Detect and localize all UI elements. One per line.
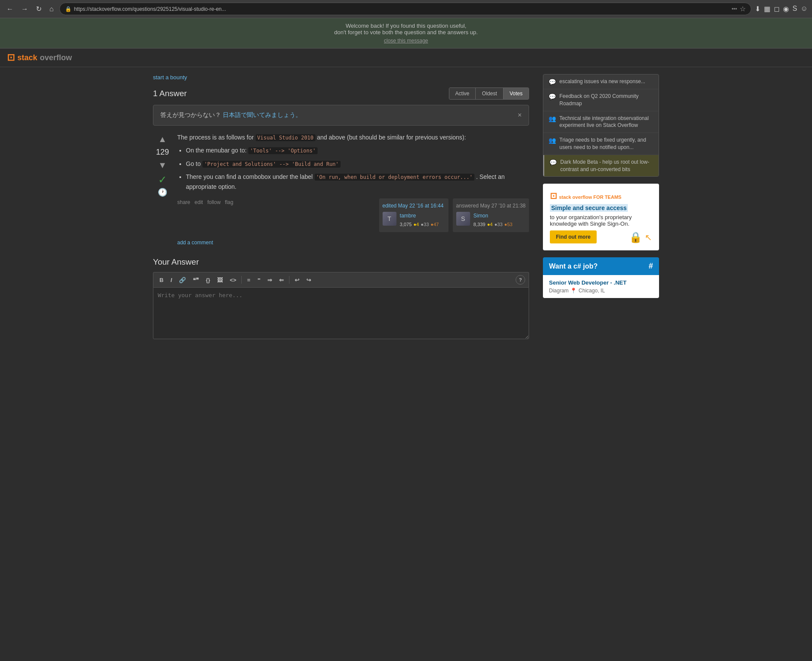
- flag-link[interactable]: flag: [225, 198, 233, 207]
- answer-meta: share edit follow flag edited May 22 '16…: [177, 198, 529, 232]
- toolbar-indent[interactable]: ⇒: [265, 275, 275, 285]
- answerer-gold-badge: ●4: [487, 221, 493, 229]
- ad-headline: Simple and secure access: [550, 204, 652, 211]
- follow-link[interactable]: follow: [207, 198, 221, 207]
- sidebar-item-feedback-q2[interactable]: 💬 Feedback on Q2 2020 Community Roadmap: [543, 89, 659, 111]
- toolbar-help[interactable]: ?: [516, 275, 525, 285]
- editor-name[interactable]: tambre: [400, 213, 416, 219]
- history-button[interactable]: 🕐: [158, 188, 167, 197]
- feedback-text: Feedback on Q2 2020 Community Roadmap: [559, 93, 653, 107]
- sidebar-item-technical[interactable]: 👥 Technical site integration observation…: [543, 111, 659, 133]
- step-3: There you can find a combobox under the …: [186, 172, 529, 191]
- editor-card: edited May 22 '16 at 16:44 T tambre 3,07…: [379, 198, 448, 232]
- nav-refresh-button[interactable]: ↻: [34, 4, 44, 14]
- url-bar[interactable]: 🔒 https://stackoverflow.com/questions/29…: [59, 3, 751, 15]
- job-title: Senior Web Developer - .NET: [549, 279, 653, 286]
- browser-icons: ⬇▦◻◉S☺: [755, 5, 808, 13]
- nav-back-button[interactable]: ←: [4, 4, 16, 14]
- answerer-card: answered May 27 '10 at 21:38 S Simon 8,3…: [453, 198, 529, 232]
- edit-link[interactable]: edit: [195, 198, 203, 207]
- answer-date: answered May 27 '10 at 21:38: [456, 202, 526, 210]
- sidebar-item-darkmode[interactable]: 💬 Dark Mode Beta - help us root out low-…: [543, 155, 659, 177]
- answerer-name[interactable]: Simon: [474, 213, 488, 219]
- toolbar-bold[interactable]: B: [157, 275, 166, 285]
- toolbar-redo[interactable]: ↪: [304, 275, 314, 285]
- answers-header: 1 Answer Active Oldest Votes: [153, 87, 529, 100]
- editor-silver-badge: ●33: [421, 221, 429, 229]
- answerer-info: Simon 8,339 ●4 ●33 ●53: [474, 212, 513, 229]
- toolbar-codeblock[interactable]: <>: [227, 275, 239, 285]
- downvote-button[interactable]: ▼: [156, 159, 169, 172]
- your-answer-section: Your Answer B I 🔗 ❝❞ {} 🖼 <> ≡ ⁼ ⇒ ⇐ ↩ ↪…: [153, 257, 529, 340]
- code-vs2010: Visual Studio 2010: [256, 134, 315, 141]
- toolbar-undo[interactable]: ↩: [292, 275, 302, 285]
- toolbar-image[interactable]: 🖼: [214, 275, 225, 285]
- edited-label[interactable]: edited May 22 '16 at 16:44: [383, 203, 444, 209]
- nav-forward-button[interactable]: →: [19, 4, 30, 14]
- feedback-icon: 💬: [549, 93, 556, 100]
- answers-title: 1 Answer: [153, 89, 187, 98]
- editor-gold-badge: ●4: [413, 221, 419, 229]
- sort-tabs: Active Oldest Votes: [449, 87, 529, 100]
- ad-icons: 🔒 ↖: [629, 231, 652, 243]
- toolbar-quote[interactable]: ❝❞: [190, 275, 201, 285]
- ad-cta-button[interactable]: Find out more: [550, 230, 597, 243]
- share-link[interactable]: share: [177, 198, 190, 207]
- answerer-card-inner: S Simon 8,339 ●4 ●33 ●53: [456, 212, 526, 229]
- add-comment-link[interactable]: add a comment: [177, 240, 213, 246]
- lock-icon: 🔒: [629, 231, 642, 243]
- answerer-silver-badge: ●33: [494, 221, 503, 229]
- escalating-icon: 💬: [549, 78, 556, 85]
- editor-info: tambre 3,075 ●4 ●33 ●47: [400, 212, 439, 229]
- toolbar-code[interactable]: {}: [203, 275, 213, 285]
- toolbar-italic[interactable]: I: [168, 275, 175, 285]
- editor-avatar: T: [383, 212, 396, 226]
- toolbar-ol[interactable]: ≡: [244, 275, 253, 285]
- so-logo: ⊡ stackoverflow: [7, 52, 72, 63]
- notification-line2: don't forget to vote both the question a…: [4, 29, 808, 36]
- step-1: On the menubar go to: 'Tools' --> 'Optio…: [186, 146, 529, 155]
- editor-avatar-img: T: [383, 212, 396, 226]
- triage-text: Triage needs to be fixed urgently, and u…: [559, 136, 653, 151]
- toolbar-divider-1: [241, 276, 242, 284]
- toolbar-divider-2: [289, 276, 289, 284]
- start-bounty-link[interactable]: start a bounty: [153, 74, 187, 81]
- tab-oldest[interactable]: Oldest: [476, 88, 503, 99]
- jobs-header: Want a c# job? #: [543, 257, 659, 275]
- job-item[interactable]: Senior Web Developer - .NET Diagram 📍 Ch…: [543, 275, 659, 298]
- answerer-badges: 8,339 ●4 ●33 ●53: [474, 221, 513, 229]
- answer-body: The process is as follows for Visual Stu…: [177, 133, 529, 247]
- answer-block: ▲ 129 ▼ ✓ 🕐 The process is as follows fo…: [153, 133, 529, 247]
- answer-intro-text: The process is as follows for Visual Stu…: [177, 133, 529, 142]
- edit-date: edited May 22 '16 at 16:44: [383, 202, 445, 210]
- sidebar-item-escalating[interactable]: 💬 escalating issues via new response...: [543, 75, 659, 89]
- job-company: Diagram 📍 Chicago, IL: [549, 288, 653, 294]
- upvote-button[interactable]: ▲: [156, 133, 169, 146]
- japanese-banner: 答えが見つからない？ 日本語で聞いてみましょう。 ×: [153, 105, 529, 126]
- answer-actions: share edit follow flag: [177, 198, 233, 207]
- tab-votes[interactable]: Votes: [503, 88, 529, 99]
- location-pin-icon: 📍: [570, 288, 577, 294]
- ad-banner: ⊡ stack overflow FOR TEAMS Simple and se…: [543, 184, 659, 250]
- japanese-banner-close[interactable]: ×: [518, 111, 522, 119]
- close-notification-button[interactable]: close this message: [384, 38, 428, 44]
- triage-icon: 👥: [549, 137, 556, 144]
- so-header: ⊡ stackoverflow: [0, 49, 812, 67]
- nav-home-button[interactable]: ⌂: [47, 4, 56, 14]
- sidebar-meta-list: 💬 escalating issues via new response... …: [543, 74, 659, 177]
- darkmode-text: Dark Mode Beta - help us root out low-co…: [560, 159, 653, 173]
- toolbar-outdent[interactable]: ⇐: [276, 275, 286, 285]
- jobs-section: Want a c# job? # Senior Web Developer - …: [543, 257, 659, 298]
- ad-logo: ⊡ stack overflow FOR TEAMS: [550, 191, 652, 201]
- answer-editor[interactable]: [153, 287, 529, 339]
- toolbar-ul[interactable]: ⁼: [255, 275, 263, 285]
- answer-steps: On the menubar go to: 'Tools' --> 'Optio…: [186, 146, 529, 191]
- toolbar-link[interactable]: 🔗: [176, 275, 188, 285]
- editor-bronze-badge: ●47: [431, 221, 439, 229]
- tab-active[interactable]: Active: [449, 88, 476, 99]
- japanese-link[interactable]: 日本語で聞いてみましょう。: [223, 111, 302, 118]
- so-logo-icon: ⊡: [7, 52, 15, 63]
- sidebar-item-triage[interactable]: 👥 Triage needs to be fixed urgently, and…: [543, 133, 659, 155]
- technical-icon: 👥: [549, 115, 556, 122]
- browser-chrome: ← → ↻ ⌂ 🔒 https://stackoverflow.com/ques…: [0, 0, 812, 18]
